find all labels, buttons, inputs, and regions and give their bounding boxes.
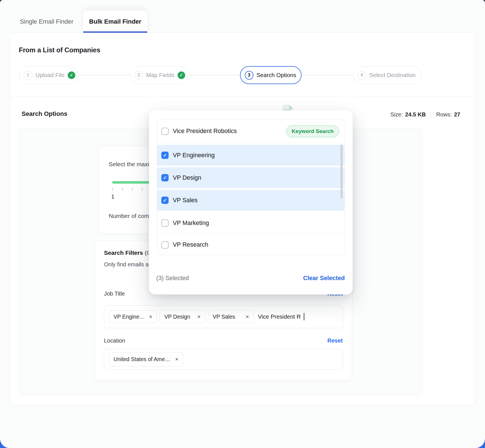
stepper: 1 Upload File ✓ 2 Map Fields ✓ 3 Search … bbox=[19, 66, 422, 84]
step-upload-file[interactable]: 1 Upload File ✓ bbox=[19, 66, 78, 84]
job-title-chip: VP Engineeri… × bbox=[109, 310, 157, 323]
checkbox-unchecked[interactable] bbox=[161, 241, 169, 249]
step-complete-icon: ✓ bbox=[68, 71, 75, 79]
max-companies-title: Select the maxim bbox=[109, 161, 154, 168]
job-title-chip: VP Sales × bbox=[208, 310, 254, 323]
slider-tick bbox=[112, 188, 113, 191]
slider-tick bbox=[122, 188, 123, 191]
job-title-input[interactable]: VP Engineeri… × VP Design × VP Sales × V… bbox=[104, 305, 343, 328]
step-connector bbox=[188, 75, 240, 75]
keyword-search-row[interactable]: Vice President Robotics Keyword Search bbox=[157, 120, 345, 143]
checkbox-unchecked[interactable] bbox=[161, 128, 169, 135]
chip-label: VP Sales bbox=[213, 314, 235, 320]
tab-label: Bulk Email Finder bbox=[89, 18, 141, 25]
location-chip: United States of America × bbox=[109, 352, 183, 366]
section-title: Search Options bbox=[22, 110, 67, 118]
step-map-fields[interactable]: 2 Map Fields ✓ bbox=[130, 66, 188, 84]
step-label: Select Destination bbox=[369, 72, 416, 78]
viewport: Single Email Finder Bulk Email Finder Fr… bbox=[0, 0, 485, 448]
slider-min-label: 1 bbox=[111, 193, 114, 200]
option-vp-design[interactable]: ✓ VP Design bbox=[157, 167, 345, 188]
checkbox-checked[interactable]: ✓ bbox=[161, 174, 169, 181]
checkbox-unchecked[interactable] bbox=[161, 219, 169, 227]
slider-tick bbox=[142, 188, 142, 191]
search-filters-subtitle: Only find emails and bbox=[104, 261, 155, 268]
option-label: VP Research bbox=[173, 241, 208, 248]
keyword-search-badge: Keyword Search bbox=[286, 125, 339, 137]
tab-label: Single Email Finder bbox=[20, 18, 74, 25]
search-filters-title-text: Search Filters bbox=[104, 249, 143, 256]
location-input[interactable]: United States of America × bbox=[104, 349, 343, 370]
page-title: From a List of Companies bbox=[19, 46, 100, 54]
chip-label: United States of America bbox=[114, 356, 171, 363]
option-label: Vice President Robotics bbox=[173, 128, 237, 135]
file-rows-value: 27 bbox=[454, 111, 460, 118]
step-number: 4 bbox=[357, 71, 366, 80]
chip-remove-icon[interactable]: × bbox=[246, 314, 249, 320]
step-connector bbox=[78, 75, 130, 75]
step-number: 2 bbox=[134, 71, 143, 80]
chip-remove-icon[interactable]: × bbox=[175, 356, 178, 363]
option-vp-engineering[interactable]: ✓ VP Engineering bbox=[157, 145, 345, 166]
selected-count: (3) Selected bbox=[156, 275, 189, 282]
step-complete-icon: ✓ bbox=[178, 71, 185, 79]
job-title-option-list: Vice President Robotics Keyword Search ✓… bbox=[157, 120, 345, 255]
job-title-chip: VP Design × bbox=[160, 310, 205, 323]
divider bbox=[10, 96, 475, 97]
option-label: VP Sales bbox=[173, 197, 198, 204]
active-tab-underline bbox=[83, 31, 147, 33]
file-size-label: Size: bbox=[390, 111, 403, 118]
text-cursor bbox=[304, 313, 304, 320]
option-label: VP Marketing bbox=[173, 220, 209, 227]
checkbox-checked[interactable]: ✓ bbox=[161, 197, 169, 204]
step-number: 1 bbox=[24, 71, 32, 80]
app-sheet: Single Email Finder Bulk Email Finder Fr… bbox=[0, 0, 485, 448]
option-vp-sales[interactable]: ✓ VP Sales bbox=[157, 190, 345, 211]
option-vp-marketing[interactable]: VP Marketing bbox=[157, 212, 345, 234]
step-select-destination[interactable]: 4 Select Destination bbox=[353, 66, 422, 84]
step-label: Map Fields bbox=[146, 72, 174, 78]
option-label: VP Design bbox=[173, 174, 201, 181]
step-connector bbox=[302, 75, 353, 75]
slider-tick bbox=[132, 188, 133, 191]
step-label: Upload File bbox=[35, 72, 65, 78]
option-label: VP Engineering bbox=[173, 152, 215, 159]
tab-bulk-email-finder[interactable]: Bulk Email Finder bbox=[83, 11, 147, 33]
step-label: Search Options bbox=[257, 72, 296, 78]
job-title-dropdown: Vice President Robotics Keyword Search ✓… bbox=[149, 110, 353, 294]
job-title-label: Job Title bbox=[104, 291, 125, 297]
option-vp-research[interactable]: VP Research bbox=[157, 234, 345, 256]
file-rows-label: Rows: bbox=[436, 111, 452, 118]
file-info: Size: 24.5 KB Rows: 27 bbox=[390, 111, 460, 118]
chip-remove-icon[interactable]: × bbox=[197, 314, 201, 320]
location-reset-link[interactable]: Reset bbox=[327, 337, 343, 344]
checkbox-checked[interactable]: ✓ bbox=[161, 152, 169, 159]
step-search-options[interactable]: 3 Search Options bbox=[240, 66, 302, 84]
job-title-typed-text: Vice President R bbox=[258, 313, 301, 320]
chip-remove-icon[interactable]: × bbox=[149, 314, 152, 320]
clear-selected-button[interactable]: Clear Selected bbox=[303, 275, 345, 282]
chip-label: VP Design bbox=[164, 314, 190, 320]
location-label: Location bbox=[104, 337, 125, 344]
tab-single-email-finder[interactable]: Single Email Finder bbox=[10, 11, 83, 33]
scrollbar-thumb[interactable] bbox=[341, 145, 343, 199]
file-size-value: 24.5 KB bbox=[405, 111, 426, 118]
chip-label: VP Engineeri… bbox=[114, 314, 145, 320]
divider bbox=[431, 111, 431, 118]
step-number: 3 bbox=[245, 71, 253, 80]
